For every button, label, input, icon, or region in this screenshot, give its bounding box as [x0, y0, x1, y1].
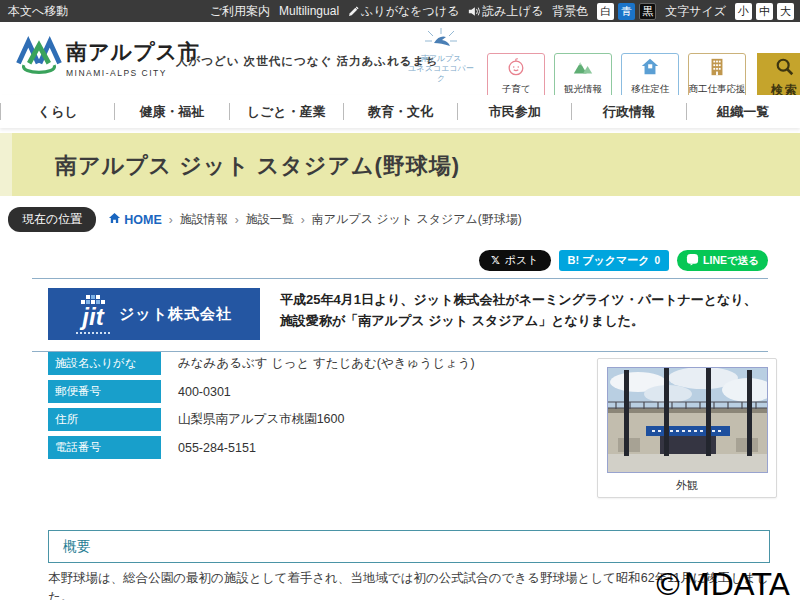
facility-photo-card: 外観	[597, 358, 777, 498]
hatena-bookmark-button[interactable]: B! ブックマーク 0	[559, 250, 670, 271]
nav-item-kyouiku[interactable]: 教育・文化	[344, 103, 457, 121]
title-band-edge	[0, 133, 12, 196]
facility-row-postal: 郵便番号 400-0301	[48, 380, 475, 403]
nav-item-gyousei[interactable]: 行政情報	[572, 103, 685, 121]
nav-item-kenkou[interactable]: 健康・福祉	[115, 103, 228, 121]
speaker-icon	[468, 6, 480, 20]
breadcrumb-separator: ›	[301, 213, 305, 227]
facility-value: みなみあるぶす じっと すたじあむ(やきゅうじょう)	[178, 355, 475, 372]
page-title: 南アルプス ジット スタジアム(野球場)	[55, 151, 460, 181]
breadcrumb-current-pill: 現在の位置	[8, 207, 96, 232]
read-aloud-toggle[interactable]: 読み上げる	[468, 3, 543, 20]
facility-info-table: 施設名ふりがな みなみあるぶす じっと すたじあむ(やきゅうじょう) 郵便番号 …	[48, 352, 475, 459]
ijuu-button[interactable]: 移住定住	[621, 53, 679, 100]
page-title-band: 南アルプス ジット スタジアム(野球場)	[0, 133, 800, 196]
facility-label: 施設名ふりがな	[48, 352, 161, 375]
facility-value: 055-284-5151	[178, 441, 256, 455]
top-utility-bar: 本文へ移動 ご利用案内 Multilingual ふりがなをつける 読み上げる …	[0, 0, 800, 22]
bg-color-label: 背景色	[552, 3, 588, 20]
facility-label: 住所	[48, 408, 161, 431]
jit-logo-word: jit	[76, 295, 110, 334]
overview-heading-box: 概要	[48, 530, 770, 563]
city-logo-icon[interactable]	[14, 31, 64, 87]
global-nav: くらし 健康・福祉 しごと・産業 教育・文化 市民参加 行政情報 組織一覧	[0, 95, 800, 128]
furigana-toggle[interactable]: ふりがなをつける	[348, 3, 459, 20]
ecopark-bird-icon	[424, 27, 458, 51]
home-icon	[108, 212, 121, 227]
site-header: 南アルプス市 MINAMI-ALPS CITY 人がつどい 次世代につなぐ 活力…	[0, 22, 800, 95]
watermark: ©MDATA	[652, 566, 790, 600]
facility-row-phone: 電話番号 055-284-5151	[48, 436, 475, 459]
skip-to-content-link[interactable]: 本文へ移動	[8, 3, 68, 20]
bg-blue-button[interactable]: 青	[618, 3, 635, 20]
city-tagline: 人がつどい 次世代につなぐ 活力あふれるまち	[176, 54, 438, 69]
naming-rights-notice: jit ジット株式会社 平成25年4月1日より、ジット株式会社がネーミングライツ…	[32, 278, 768, 352]
breadcrumb-item-current-page: 南アルプス ジット スタジアム(野球場)	[312, 211, 522, 228]
naming-rights-text: 平成25年4月1日より、ジット株式会社がネーミングライツ・パートナーとなり、施設…	[280, 288, 768, 332]
facility-row-furigana: 施設名ふりがな みなみあるぶす じっと すたじあむ(やきゅうじょう)	[48, 352, 475, 375]
hatena-count: 0	[655, 255, 661, 266]
search-icon	[775, 57, 795, 81]
fontsize-medium-button[interactable]: 中	[756, 3, 773, 20]
breadcrumb: 現在の位置 HOME › 施設情報 › 施設一覧 › 南アルプス ジット スタジ…	[8, 207, 522, 232]
fontsize-small-button[interactable]: 小	[735, 3, 752, 20]
breadcrumb-item-shisetsu-jouhou[interactable]: 施設情報	[180, 211, 228, 228]
kankou-button[interactable]: 観光情報	[554, 53, 612, 100]
breadcrumb-item-shisetsu-ichiran[interactable]: 施設一覧	[246, 211, 294, 228]
share-buttons: 𝕏 ポスト B! ブックマーク 0 LINEで送る	[479, 250, 768, 271]
line-share-button[interactable]: LINEで送る	[677, 250, 768, 271]
building-icon	[707, 57, 727, 81]
facility-row-address: 住所 山梨県南アルプス市桃園1600	[48, 408, 475, 431]
breadcrumb-home-link[interactable]: HOME	[108, 212, 162, 227]
facility-label: 電話番号	[48, 436, 161, 459]
facility-label: 郵便番号	[48, 380, 161, 403]
jit-company-name: ジット株式会社	[119, 305, 232, 324]
jit-company-logo: jit ジット株式会社	[48, 288, 260, 340]
nav-item-shigoto[interactable]: しごと・産業	[230, 103, 343, 121]
line-icon	[686, 253, 699, 268]
photo-caption: 外観	[598, 478, 776, 493]
jit-logo-smallprint	[76, 332, 110, 334]
house-icon	[640, 57, 660, 81]
facility-value: 400-0301	[178, 385, 231, 399]
facility-value: 山梨県南アルプス市桃園1600	[178, 411, 344, 428]
ecopark-text-2: ユネスコエコパーク	[408, 64, 474, 84]
kosodate-button[interactable]: 子育て	[487, 53, 545, 100]
font-size-label: 文字サイズ	[665, 3, 726, 20]
shoukou-button[interactable]: 商工仕事応援	[688, 53, 746, 100]
ecopark-logo: 南アルプス ユネスコエコパーク	[408, 27, 474, 84]
ecopark-text-1: 南アルプス	[408, 54, 474, 64]
baby-icon	[506, 57, 526, 81]
city-name-en: MINAMI-ALPS CITY	[66, 68, 200, 78]
bg-black-button[interactable]: 黒	[639, 3, 656, 20]
fontsize-large-button[interactable]: 大	[777, 3, 794, 20]
x-icon: 𝕏	[491, 254, 500, 267]
overview-heading: 概要	[63, 538, 90, 556]
bg-white-button[interactable]: 白	[597, 3, 614, 20]
stadium-exterior-photo	[607, 367, 768, 473]
nav-item-soshiki[interactable]: 組織一覧	[687, 103, 800, 121]
x-post-button[interactable]: 𝕏 ポスト	[479, 250, 551, 271]
nav-item-shimin[interactable]: 市民参加	[458, 103, 571, 121]
header-quick-buttons: 子育て 観光情報 移住定住 商工仕事応援	[487, 53, 746, 100]
site-guide-link[interactable]: ご利用案内	[210, 3, 270, 20]
mountain-icon	[572, 57, 594, 81]
pencil-icon	[348, 6, 359, 20]
multilingual-link[interactable]: Multilingual	[279, 4, 339, 18]
nav-item-kurashi[interactable]: くらし	[1, 103, 114, 121]
breadcrumb-separator: ›	[169, 213, 173, 227]
breadcrumb-separator: ›	[235, 213, 239, 227]
